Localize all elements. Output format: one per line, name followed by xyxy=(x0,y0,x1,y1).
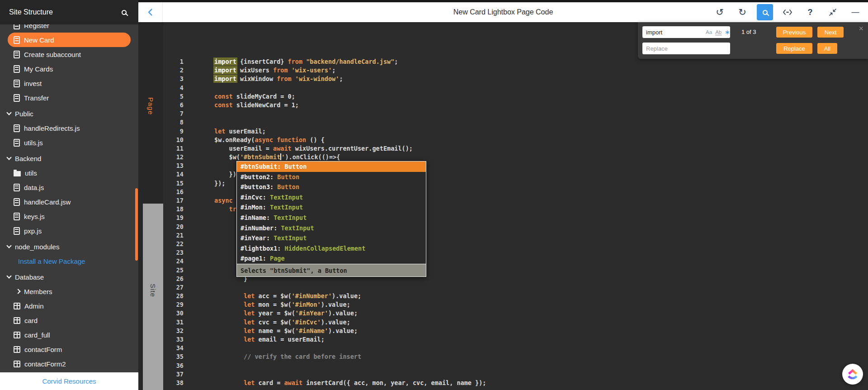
sidebar-item-install-a-new-package[interactable]: Install a New Package xyxy=(0,254,138,268)
file-icon xyxy=(14,184,20,191)
code-line-7[interactable]: 7 xyxy=(163,109,868,118)
code-line-10[interactable]: 10$w.onReady(async function () { xyxy=(163,136,868,144)
back-button[interactable] xyxy=(138,2,163,22)
sidebar-title: Site Structure xyxy=(9,8,53,16)
autocomplete-item-inname[interactable]: #inName: TextInput xyxy=(237,213,426,223)
autocomplete-item-inyear[interactable]: #inYear: TextInput xyxy=(237,233,426,243)
code-line-38[interactable]: 38 let card = await insertCard({ acc, mo… xyxy=(163,379,868,387)
corvid-resources-link[interactable]: Corvid Resources xyxy=(42,377,96,385)
sidebar-item-transfer[interactable]: Transfer xyxy=(0,90,138,105)
autocomplete-item-incvc[interactable]: #inCvc: TextInput xyxy=(237,192,426,203)
line-number: 16 xyxy=(163,188,184,196)
sidebar-item-members[interactable]: Members xyxy=(0,284,138,299)
redo-icon[interactable]: ↻ xyxy=(734,4,750,20)
code-line-9[interactable]: 9let userEmail; xyxy=(163,127,868,136)
code-line-12[interactable]: 12 $w('#btnSubmit').onClick(()=>{ xyxy=(163,153,868,162)
code-line-36[interactable]: 36 xyxy=(163,361,868,370)
code-line-37[interactable]: 37 xyxy=(163,370,868,379)
sidebar-scrollbar[interactable] xyxy=(135,188,138,261)
sidebar-item-admin[interactable]: Admin xyxy=(0,299,138,313)
table-icon xyxy=(14,361,20,367)
sidebar-item-card-full[interactable]: card_full xyxy=(0,328,138,342)
code-line-11[interactable]: 11 userEmail = await wixUsers.currentUse… xyxy=(163,144,868,153)
autocomplete-item-page1[interactable]: #page1: Page xyxy=(237,253,426,264)
line-number: 34 xyxy=(163,344,184,352)
replace-input[interactable] xyxy=(642,43,730,54)
undo-icon[interactable]: ↺ xyxy=(712,4,728,20)
site-tab[interactable]: Site xyxy=(143,204,163,390)
code-line-30[interactable]: 30 let year = $w('#inYear').value; xyxy=(163,309,868,318)
replace-button[interactable]: Replace xyxy=(776,43,812,54)
sidebar-item-backend[interactable]: Backend xyxy=(0,151,138,166)
match-case-icon[interactable]: Aa xyxy=(706,29,712,35)
sidebar-item-data-js[interactable]: data.js xyxy=(0,180,138,195)
line-number: 35 xyxy=(163,352,184,361)
sidebar-item-utils[interactable]: utils xyxy=(0,166,138,180)
sidebar-item-invest[interactable]: invest xyxy=(0,76,138,90)
sidebar-item-label: Database xyxy=(15,273,44,281)
sidebar-item-register[interactable]: Register xyxy=(0,24,138,33)
line-number: 19 xyxy=(163,214,184,222)
autocomplete-item-lightbox1[interactable]: #lightbox1: HiddenCollapsedElement xyxy=(237,243,426,254)
file-icon xyxy=(14,213,20,220)
previous-button[interactable]: Previous xyxy=(776,27,812,38)
code-line-2[interactable]: 2import wixUsers from 'wix-users'; xyxy=(163,66,868,75)
sidebar-item-contactform[interactable]: contactForm xyxy=(0,342,138,357)
code-line-33[interactable]: 33 let email = userEmail; xyxy=(163,335,868,344)
code-line-4[interactable]: 4 xyxy=(163,84,868,92)
autocomplete-dropdown: #btnSubmit: Button#button2: Button#butto… xyxy=(236,161,426,277)
autocomplete-item-innumber[interactable]: #inNumber: TextInput xyxy=(237,223,426,233)
code-panel-icon[interactable] xyxy=(779,4,796,20)
line-number: 9 xyxy=(163,127,184,136)
line-number: 14 xyxy=(163,170,184,179)
close-icon[interactable]: × xyxy=(859,24,863,33)
code-line-31[interactable]: 31 let cvc = $w('#inCvc').value; xyxy=(163,318,868,327)
code-line-8[interactable]: 8 xyxy=(163,118,868,127)
code-line-29[interactable]: 29 let mon = $w('#inMon').value; xyxy=(163,300,868,309)
autocomplete-item-btnsubmit[interactable]: #btnSubmit: Button xyxy=(237,162,426,172)
sidebar-item-public[interactable]: Public xyxy=(0,106,138,121)
find-in-code-icon[interactable] xyxy=(757,4,773,20)
replace-all-button[interactable]: All xyxy=(817,43,837,54)
search-icon[interactable] xyxy=(118,7,129,18)
sidebar-item-database[interactable]: Database xyxy=(0,270,138,284)
help-icon[interactable]: ? xyxy=(802,4,818,20)
sidebar-item-keys-js[interactable]: keys.js xyxy=(0,209,138,224)
clickup-badge[interactable] xyxy=(842,364,863,385)
line-number: 15 xyxy=(163,179,184,188)
regex-icon[interactable]: ∗ xyxy=(725,29,730,36)
code-line-27[interactable]: 27 xyxy=(163,283,868,292)
sidebar-item-create-subaccount[interactable]: Create subaccount xyxy=(0,47,138,62)
sidebar-item-new-card[interactable]: New Card xyxy=(8,33,131,47)
code-line-5[interactable]: 5const slideMyCard = 0; xyxy=(163,92,868,101)
sidebar-item-utils-js[interactable]: utils.js xyxy=(0,135,138,150)
collapse-panel-icon[interactable] xyxy=(825,4,841,20)
code-line-34[interactable]: 34 xyxy=(163,344,868,352)
sidebar-item-handleredirects-js[interactable]: handleRedirects.js xyxy=(0,121,138,135)
code-line-6[interactable]: 6const slideNewCard = 1; xyxy=(163,101,868,109)
autocomplete-item-inmon[interactable]: #inMon: TextInput xyxy=(237,202,426,213)
next-button[interactable]: Next xyxy=(817,27,844,38)
code-line-3[interactable]: 3import wixWindow from 'wix-window'; xyxy=(163,75,868,83)
code-line-32[interactable]: 32 let name = $w('#inName').value; xyxy=(163,327,868,335)
sidebar-item-card[interactable]: card xyxy=(0,313,138,328)
code-line-28[interactable]: 28 let acc = $w('#inNumber').value; xyxy=(163,292,868,300)
whole-word-icon[interactable]: Ab xyxy=(715,29,722,35)
line-number: 5 xyxy=(163,92,184,101)
minimize-icon[interactable]: — xyxy=(847,4,863,20)
table-icon xyxy=(14,303,20,309)
sidebar-item-pxp-js[interactable]: pxp.js xyxy=(0,224,138,238)
sidebar-item-contactform2[interactable]: contactForm2 xyxy=(0,357,138,371)
autocomplete-item-button2[interactable]: #button2: Button xyxy=(237,172,426,182)
page-tab[interactable]: Page xyxy=(147,97,155,115)
sidebar-item-node-modules[interactable]: node_modules xyxy=(0,239,138,254)
wix-corvid-editor: Site Structure RegisterNew CardCreate su… xyxy=(0,0,868,390)
sidebar-item-handlecard-jsw[interactable]: handleCard.jsw xyxy=(0,195,138,209)
site-tab-label: Site xyxy=(149,284,157,297)
line-number: 29 xyxy=(163,300,184,309)
sidebar-item-label: Install a New Package xyxy=(18,257,85,265)
code-line-35[interactable]: 35 // verify the card before insert xyxy=(163,352,868,361)
autocomplete-item-button3[interactable]: #button3: Button xyxy=(237,182,426,192)
sidebar-item-my-cards[interactable]: My Cards xyxy=(0,62,138,76)
line-number: 28 xyxy=(163,292,184,300)
